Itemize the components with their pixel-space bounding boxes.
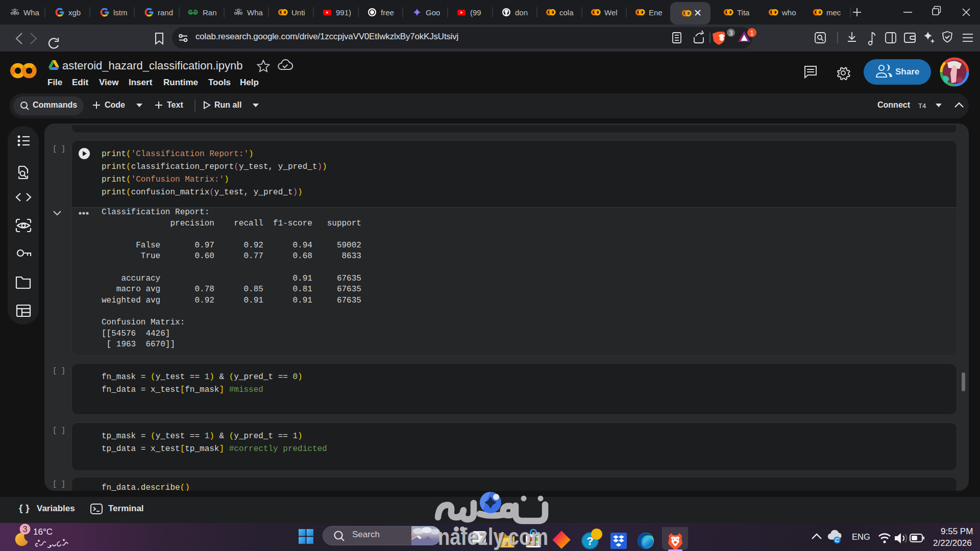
svg-text:3: 3 [729,30,733,37]
svg-text:(99: (99 [470,8,481,17]
svg-text:Ene: Ene [649,8,663,17]
svg-text:lstm: lstm [113,8,128,17]
svg-text:Wha: Wha [247,8,263,17]
svg-text:Ran: Ran [203,8,217,17]
svg-text:ENG: ENG [852,532,870,541]
svg-text:Unti: Unti [291,8,305,17]
svg-text:who: who [781,8,796,17]
svg-text:3: 3 [23,525,28,534]
svg-text:Tita: Tita [737,8,750,17]
svg-text:cola: cola [559,8,574,17]
svg-text:xgb: xgb [68,8,81,17]
svg-text:991): 991) [336,8,351,17]
svg-text:rand: rand [158,8,173,17]
svg-text:don: don [515,8,528,17]
svg-text:Goo: Goo [426,8,440,17]
svg-text:nafezly.com: nafezly.com [438,523,548,550]
svg-text:1: 1 [750,30,754,37]
svg-text:free: free [381,8,394,17]
svg-text:Wel: Wel [604,8,618,17]
svg-text:Wha: Wha [23,8,40,17]
svg-text:mec: mec [826,8,841,17]
